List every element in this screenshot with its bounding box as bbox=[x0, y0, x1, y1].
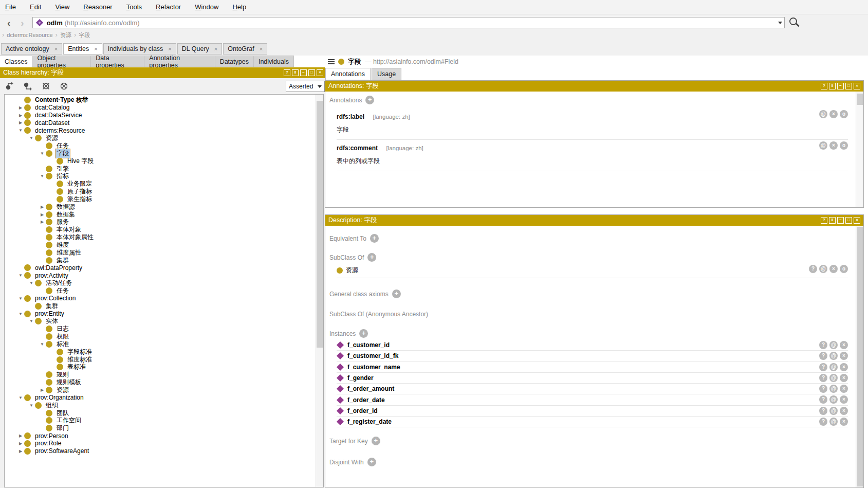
tree-row[interactable]: dcat:DataService bbox=[5, 112, 323, 119]
tree-expand-icon[interactable] bbox=[28, 136, 35, 140]
main-tab[interactable]: DL Query × bbox=[177, 43, 222, 55]
tree-row[interactable]: 维度 bbox=[5, 241, 323, 249]
ontology-iri-input[interactable]: odlm (http://asiainfo.com/odlm) bbox=[32, 17, 785, 28]
close-icon[interactable]: × bbox=[854, 217, 860, 224]
close-icon[interactable]: × bbox=[260, 46, 263, 52]
tree-row[interactable]: 原子指标 bbox=[5, 188, 323, 195]
tree-row[interactable]: Hive 字段 bbox=[5, 157, 323, 165]
delete-icon[interactable]: × bbox=[840, 352, 848, 360]
instance-row[interactable]: f_gender ? @ × bbox=[337, 373, 848, 384]
tree-row[interactable]: 派生指标 bbox=[5, 195, 323, 203]
delete-icon[interactable]: × bbox=[840, 385, 848, 393]
edit-icon[interactable]: o bbox=[840, 110, 848, 118]
tree-row[interactable]: 引擎 bbox=[5, 165, 323, 173]
annotations-scrollbar-thumb[interactable] bbox=[857, 94, 863, 105]
tree-row[interactable]: 任务 bbox=[5, 287, 323, 295]
explain-icon[interactable]: ? bbox=[819, 385, 827, 393]
explain-icon[interactable]: ? bbox=[819, 352, 827, 360]
tree-row[interactable]: prov:Person bbox=[5, 432, 323, 440]
tree-row[interactable]: 团队 bbox=[5, 409, 323, 417]
sub-tab[interactable]: Classes bbox=[0, 56, 32, 67]
sub-tab[interactable]: Object properties bbox=[32, 56, 91, 67]
tree-expand-icon[interactable] bbox=[17, 433, 24, 438]
tree-expand-icon[interactable] bbox=[39, 388, 46, 392]
explain-icon[interactable]: ? bbox=[809, 265, 817, 273]
tree-expand-icon[interactable] bbox=[39, 205, 46, 209]
annotate-icon[interactable]: @ bbox=[819, 265, 827, 273]
forward-arrow-icon[interactable]: › bbox=[21, 18, 24, 28]
tree-row[interactable]: 数据源 bbox=[5, 203, 323, 211]
tree-row[interactable]: 本体对象属性 bbox=[5, 233, 323, 241]
description-scrollbar-thumb[interactable] bbox=[857, 227, 863, 486]
menu-item[interactable]: Help bbox=[232, 3, 246, 11]
menu-item[interactable]: Reasoner bbox=[83, 3, 112, 11]
tree-row[interactable]: dcat:Catalog bbox=[5, 104, 323, 112]
detail-tab[interactable]: Annotations bbox=[325, 68, 371, 80]
delete-icon[interactable]: × bbox=[829, 141, 838, 150]
maximize-icon[interactable]: □ bbox=[308, 69, 315, 76]
instance-row[interactable]: f_order_id ? @ × bbox=[337, 406, 848, 417]
add-subclass-icon[interactable] bbox=[5, 81, 15, 91]
help-icon[interactable]: ? bbox=[821, 83, 827, 89]
tree-row[interactable]: 规则 bbox=[5, 371, 323, 378]
tree-expand-icon[interactable] bbox=[17, 296, 24, 301]
search-icon[interactable] bbox=[788, 16, 801, 29]
tree-expand-icon[interactable] bbox=[17, 113, 24, 118]
detach-icon[interactable]: ‖ bbox=[829, 83, 836, 89]
tree-row[interactable]: 部门 bbox=[5, 424, 323, 432]
explain-icon[interactable]: ? bbox=[819, 418, 827, 426]
delete-icon[interactable]: × bbox=[840, 407, 848, 415]
detach-icon[interactable]: ‖ bbox=[829, 217, 836, 224]
main-tab[interactable]: OntoGraf × bbox=[223, 43, 267, 55]
tree-row[interactable]: 集群 bbox=[5, 302, 323, 310]
main-tab[interactable]: Active ontology × bbox=[1, 43, 62, 55]
tree-row[interactable]: 维度标准 bbox=[5, 356, 323, 364]
minimize-icon[interactable]: − bbox=[837, 217, 844, 224]
explain-icon[interactable]: ? bbox=[819, 395, 827, 404]
tree-row[interactable]: 活动/任务 bbox=[5, 279, 323, 287]
tree-expand-icon[interactable] bbox=[17, 395, 24, 400]
tree-row[interactable]: 服务 bbox=[5, 219, 323, 226]
chevron-down-icon[interactable] bbox=[778, 22, 782, 24]
delete-icon[interactable]: × bbox=[840, 341, 848, 349]
tree-row[interactable]: prov:SoftwareAgent bbox=[5, 447, 323, 455]
tree-row[interactable]: 资源 bbox=[5, 134, 323, 142]
menu-item[interactable]: Refactor bbox=[156, 3, 181, 11]
menu-item[interactable]: File bbox=[5, 3, 16, 11]
tree-expand-icon[interactable] bbox=[17, 120, 24, 125]
annotate-icon[interactable]: @ bbox=[829, 374, 838, 382]
maximize-icon[interactable]: □ bbox=[845, 217, 852, 224]
delete-icon[interactable]: × bbox=[840, 374, 848, 382]
detach-icon[interactable]: ‖ bbox=[292, 69, 299, 76]
delete-icon[interactable]: × bbox=[840, 418, 848, 426]
menu-item[interactable]: Window bbox=[195, 3, 218, 11]
instance-row[interactable]: f_order_date ? @ × bbox=[337, 394, 848, 405]
tree-expand-icon[interactable] bbox=[39, 151, 46, 156]
delete-class-icon[interactable] bbox=[41, 81, 51, 91]
tree-expand-icon[interactable] bbox=[39, 342, 46, 347]
tree-expand-icon[interactable] bbox=[17, 312, 24, 316]
close-icon[interactable]: × bbox=[214, 46, 217, 52]
hierarchy-mode-dropdown[interactable]: Asserted bbox=[286, 81, 325, 92]
menu-item[interactable]: View bbox=[55, 3, 69, 11]
edit-icon[interactable]: o bbox=[840, 141, 848, 150]
annotate-icon[interactable]: @ bbox=[829, 341, 838, 349]
tree-row[interactable]: 权限 bbox=[5, 333, 323, 340]
tree-row[interactable]: owl:DataProperty bbox=[5, 264, 323, 272]
annotate-icon[interactable]: @ bbox=[829, 363, 838, 371]
tree-expand-icon[interactable] bbox=[17, 449, 24, 454]
annotation-row[interactable]: rdfs:label [language: zh] 字段 @ × o bbox=[337, 109, 848, 140]
sub-tab[interactable]: Individuals bbox=[254, 56, 294, 67]
tree-row[interactable]: prov:Role bbox=[5, 440, 323, 447]
tree-row[interactable]: 组织 bbox=[5, 402, 323, 409]
minimize-icon[interactable]: − bbox=[300, 69, 307, 76]
annotate-icon[interactable]: @ bbox=[829, 352, 838, 360]
instance-row[interactable]: f_order_amount ? @ × bbox=[337, 384, 848, 394]
annotate-icon[interactable]: @ bbox=[829, 385, 838, 393]
tree-scrollbar-thumb[interactable] bbox=[317, 101, 323, 348]
menu-item[interactable]: Tools bbox=[126, 3, 142, 11]
tree-row[interactable]: Content-Type 枚举 bbox=[5, 96, 323, 104]
add-sibling-class-icon[interactable] bbox=[23, 81, 33, 91]
instance-row[interactable]: f_customer_id ? @ × bbox=[337, 340, 848, 351]
delete-icon[interactable]: × bbox=[829, 265, 838, 273]
